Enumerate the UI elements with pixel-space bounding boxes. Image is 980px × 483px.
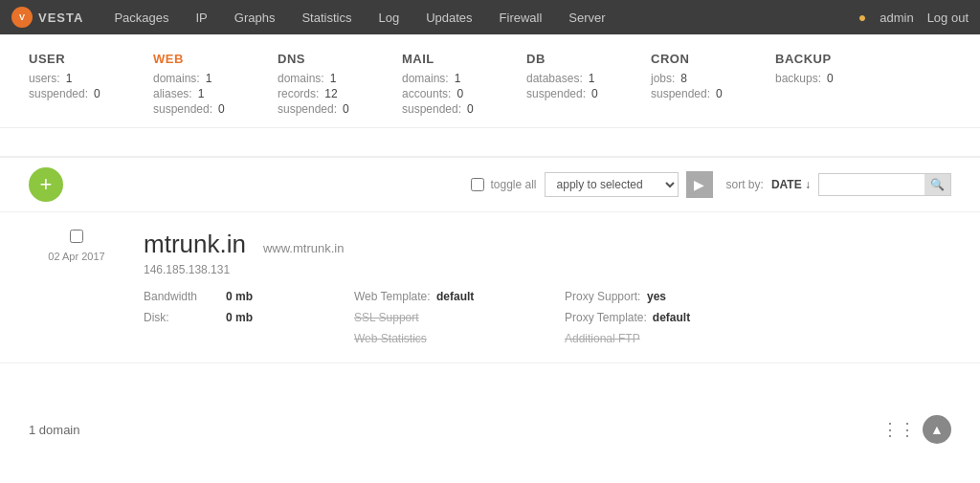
stat-value: 12	[324, 87, 337, 100]
sort-label: sort by:	[726, 178, 764, 191]
logo-text: V	[19, 12, 25, 22]
web-template-row: Web Template: default	[354, 290, 565, 303]
footer-icons: ⋮⋮ ▲	[884, 415, 951, 444]
detail-col-2: Web Template: default SSL Support Web St…	[354, 290, 565, 345]
stat-row: domains: 1	[402, 72, 488, 85]
nav-statistics[interactable]: Statistics	[288, 0, 365, 34]
apply-select[interactable]: apply to selected	[545, 172, 679, 197]
stat-value: 0	[467, 102, 474, 116]
stat-row: domains: 1	[153, 72, 239, 85]
ssl-label: SSL Support	[354, 311, 419, 324]
proxy-support-label: Proxy Support:	[565, 290, 641, 303]
ssl-row: SSL Support	[354, 311, 565, 324]
domain-content: mtrunk.in www.mtrunk.in 146.185.138.131 …	[144, 230, 951, 345]
domain-name[interactable]: mtrunk.in	[144, 230, 246, 259]
web-stats-row: Web Statistics	[354, 332, 565, 345]
search-wrap: 🔍	[818, 173, 951, 196]
toggle-all-checkbox[interactable]	[471, 178, 484, 191]
bandwidth-row: Bandwidth 0 mb	[144, 290, 354, 303]
stat-label: suspended:	[29, 87, 88, 100]
disk-label: Disk:	[144, 311, 220, 324]
stat-row: suspended: 0	[402, 102, 488, 116]
nav-ip[interactable]: IP	[182, 0, 220, 34]
stat-value: 8	[680, 72, 687, 85]
disk-row: Disk: 0 mb	[144, 311, 354, 324]
stats-section: USER users: 1 suspended: 0 WEB domains: …	[0, 34, 980, 128]
stat-row: aliases: 1	[153, 87, 239, 100]
brand-name: VESTA	[38, 11, 83, 25]
stat-row: databases: 1	[526, 72, 612, 85]
stat-label: jobs:	[651, 72, 675, 85]
search-input[interactable]	[819, 174, 924, 195]
stat-row: records: 12	[278, 87, 364, 100]
domain-left: 02 Apr 2017	[29, 230, 124, 345]
stat-value: 1	[455, 72, 461, 85]
stat-row: domains: 1	[278, 72, 364, 85]
layout-icon[interactable]: ⋮⋮	[884, 415, 913, 444]
stat-value: 0	[591, 87, 598, 100]
nav-updates[interactable]: Updates	[412, 0, 485, 34]
domain-checkbox[interactable]	[70, 230, 83, 243]
stat-group-cron: CRON jobs: 8 suspended: 0	[651, 52, 737, 118]
stat-value: 1	[330, 72, 337, 85]
bandwidth-label: Bandwidth	[144, 290, 220, 303]
apply-button[interactable]: ▶	[686, 171, 713, 198]
stat-title-db: DB	[526, 52, 612, 66]
stat-label: accounts:	[402, 87, 451, 100]
stat-group-backup: BACKUP backups: 0	[775, 52, 861, 118]
add-domain-button[interactable]: +	[29, 167, 63, 202]
nav-log[interactable]: Log	[365, 0, 412, 34]
domain-details: Bandwidth 0 mb Disk: 0 mb Web Template: …	[144, 290, 951, 345]
stat-title-web: WEB	[153, 52, 239, 66]
vesta-logo: V	[11, 7, 33, 28]
scroll-top-button[interactable]: ▲	[923, 415, 951, 444]
search-button[interactable]: 🔍	[924, 174, 950, 195]
nav-server[interactable]: Server	[555, 0, 618, 34]
stat-row: suspended: 0	[278, 102, 364, 116]
stat-label: suspended:	[651, 87, 710, 100]
domain-alias: www.mtrunk.in	[263, 241, 345, 255]
logout-link[interactable]: Log out	[927, 11, 969, 25]
proxy-template-row: Proxy Template: default	[565, 311, 804, 324]
detail-col-1: Bandwidth 0 mb Disk: 0 mb	[144, 290, 354, 345]
stat-label: users:	[29, 72, 60, 85]
stat-row: suspended: 0	[651, 87, 737, 100]
stat-title-backup: BACKUP	[775, 52, 861, 66]
footer: 1 domain ⋮⋮ ▲	[0, 402, 980, 457]
nav-graphs[interactable]: Graphs	[221, 0, 289, 34]
toolbar: + toggle all apply to selected ▶ sort by…	[0, 158, 980, 212]
stat-value: 1	[206, 72, 212, 85]
stat-value: 1	[198, 87, 205, 100]
stat-label: records:	[278, 87, 319, 100]
stat-row: jobs: 8	[651, 72, 737, 85]
stat-group-db: DB databases: 1 suspended: 0	[526, 52, 612, 118]
stat-group-mail: MAIL domains: 1 accounts: 0 suspended: 0	[402, 52, 488, 118]
stat-label: aliases:	[153, 87, 192, 100]
admin-link[interactable]: admin	[880, 11, 913, 25]
proxy-support-row: Proxy Support: yes	[565, 290, 804, 303]
stat-value: 0	[94, 87, 100, 100]
search-icon: 🔍	[930, 178, 945, 191]
stat-title-dns: DNS	[278, 52, 364, 66]
stat-value: 0	[343, 102, 349, 116]
up-arrow-icon: ▲	[930, 422, 944, 437]
nav-firewall[interactable]: Firewall	[486, 0, 556, 34]
stat-value: 0	[716, 87, 723, 100]
detail-col-3: Proxy Support: yes Proxy Template: defau…	[565, 290, 804, 345]
stat-row: accounts: 0	[402, 87, 488, 100]
stat-value: 0	[218, 102, 225, 116]
web-template-value: default	[436, 290, 474, 303]
nav-packages[interactable]: Packages	[100, 0, 182, 34]
domain-row: 02 Apr 2017 mtrunk.in www.mtrunk.in 146.…	[0, 212, 980, 363]
stat-label: domains:	[153, 72, 200, 85]
toggle-all-label: toggle all	[490, 178, 536, 191]
stat-group-user: USER users: 1 suspended: 0	[29, 52, 115, 118]
stat-row: suspended: 0	[526, 87, 612, 100]
stat-label: backups:	[775, 72, 821, 85]
navbar: V VESTA Packages IP Graphs Statistics Lo…	[0, 0, 980, 34]
stat-group-web: WEB domains: 1 aliases: 1 suspended: 0	[153, 52, 239, 118]
proxy-template-value: default	[653, 311, 690, 324]
stat-row: backups: 0	[775, 72, 861, 85]
stat-label: suspended:	[402, 102, 461, 116]
dots-icon: ⋮⋮	[881, 419, 916, 440]
